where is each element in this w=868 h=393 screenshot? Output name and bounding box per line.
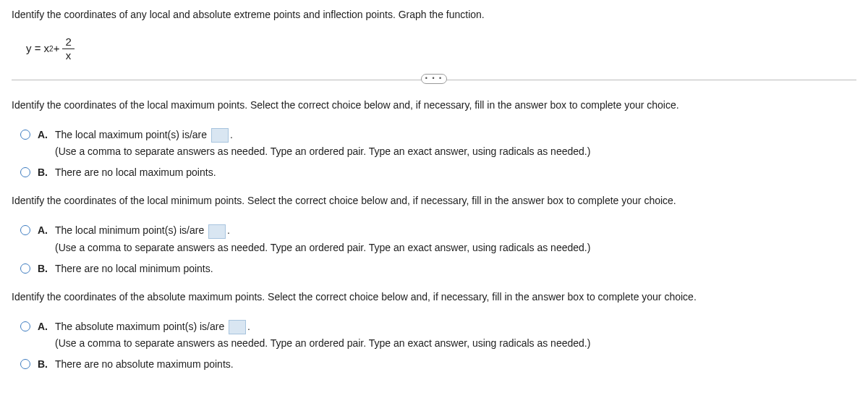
- equation-fraction: 2 x: [62, 35, 74, 62]
- answer-box-q1[interactable]: [211, 128, 229, 143]
- option-instruction: (Use a comma to separate answers as need…: [55, 144, 856, 159]
- prompt-local-max: Identify the coordinates of the local ma…: [12, 98, 856, 113]
- option-body: The local minimum point(s) is/are . (Use…: [55, 223, 856, 255]
- option-letter: A.: [38, 127, 49, 143]
- option-row: A. The local minimum point(s) is/are . (…: [20, 223, 856, 255]
- option-text-prefix: The local maximum point(s) is/are: [55, 129, 210, 140]
- radio-q3-b[interactable]: [20, 359, 30, 369]
- question-header: Identify the coordinates of any local an…: [12, 7, 856, 22]
- option-row: B. There are no absolute maximum points.: [20, 357, 856, 372]
- radio-q1-a[interactable]: [20, 130, 30, 140]
- answer-box-q2[interactable]: [208, 224, 226, 239]
- question-local-max: Identify the coordinates of the local ma…: [12, 98, 856, 180]
- option-text-prefix: The local minimum point(s) is/are: [55, 224, 207, 236]
- option-letter: B.: [38, 261, 49, 276]
- radio-q2-b[interactable]: [20, 263, 30, 274]
- equation-plus: +: [54, 41, 60, 57]
- expand-pill[interactable]: • • •: [421, 74, 447, 84]
- option-text-prefix: The absolute maximum point(s) is/are: [55, 321, 227, 332]
- question-absolute-max: Identify the coordinates of the absolute…: [12, 290, 856, 372]
- option-text: There are no local maximum points.: [55, 165, 856, 180]
- option-row: B. There are no local minimum points.: [20, 261, 856, 276]
- option-body: The local maximum point(s) is/are . (Use…: [55, 127, 856, 159]
- section-divider: • • •: [12, 80, 856, 80]
- option-text: There are no local minimum points.: [55, 261, 856, 276]
- option-letter: B.: [38, 165, 49, 180]
- prompt-local-min: Identify the coordinates of the local mi…: [12, 193, 856, 208]
- radio-q1-b[interactable]: [20, 167, 30, 177]
- option-row: A. The absolute maximum point(s) is/are …: [20, 319, 856, 351]
- equation: y = x2 + 2 x: [26, 35, 856, 62]
- question-local-min: Identify the coordinates of the local mi…: [12, 193, 856, 276]
- option-row: B. There are no local maximum points.: [20, 165, 856, 180]
- option-text-suffix: .: [247, 321, 250, 332]
- option-letter: A.: [38, 319, 49, 334]
- option-body: The absolute maximum point(s) is/are . (…: [55, 319, 856, 351]
- answer-box-q3[interactable]: [229, 320, 246, 334]
- option-text-suffix: .: [230, 129, 233, 140]
- radio-q2-a[interactable]: [20, 225, 30, 235]
- option-text: There are no absolute maximum points.: [55, 357, 856, 372]
- fraction-denominator: x: [63, 49, 75, 62]
- fraction-numerator: 2: [62, 35, 74, 49]
- option-letter: A.: [38, 223, 49, 238]
- option-text-suffix: .: [227, 224, 230, 236]
- option-letter: B.: [38, 357, 49, 372]
- option-instruction: (Use a comma to separate answers as need…: [55, 240, 856, 255]
- option-row: A. The local maximum point(s) is/are . (…: [20, 127, 856, 159]
- option-instruction: (Use a comma to separate answers as need…: [55, 336, 856, 351]
- radio-q3-a[interactable]: [20, 321, 30, 331]
- equation-lhs: y = x: [26, 41, 49, 57]
- prompt-absolute-max: Identify the coordinates of the absolute…: [12, 290, 856, 305]
